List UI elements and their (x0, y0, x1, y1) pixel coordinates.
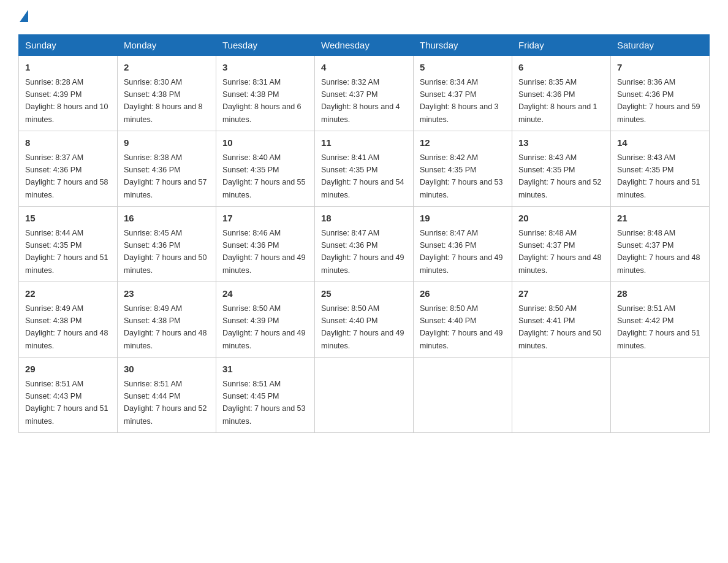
day-number: 23 (124, 287, 210, 301)
day-number: 7 (617, 61, 703, 75)
calendar-week-row: 15 Sunrise: 8:44 AMSunset: 4:35 PMDaylig… (19, 207, 710, 282)
calendar-cell: 1 Sunrise: 8:28 AMSunset: 4:39 PMDayligh… (19, 56, 118, 131)
day-info: Sunrise: 8:32 AMSunset: 4:37 PMDaylight:… (321, 78, 400, 124)
calendar-cell: 15 Sunrise: 8:44 AMSunset: 4:35 PMDaylig… (19, 207, 118, 282)
day-info: Sunrise: 8:37 AMSunset: 4:36 PMDaylight:… (25, 153, 108, 199)
column-header-friday: Friday (512, 35, 611, 56)
day-info: Sunrise: 8:48 AMSunset: 4:37 PMDaylight:… (518, 229, 602, 275)
day-number: 3 (222, 61, 308, 75)
calendar-week-row: 8 Sunrise: 8:37 AMSunset: 4:36 PMDayligh… (19, 131, 710, 207)
calendar-cell: 8 Sunrise: 8:37 AMSunset: 4:36 PMDayligh… (19, 131, 118, 207)
day-number: 18 (321, 212, 407, 226)
day-info: Sunrise: 8:50 AMSunset: 4:40 PMDaylight:… (420, 304, 503, 350)
day-number: 17 (222, 212, 308, 226)
day-info: Sunrise: 8:50 AMSunset: 4:40 PMDaylight:… (321, 304, 404, 350)
day-number: 29 (25, 362, 111, 377)
day-number: 24 (222, 287, 308, 301)
day-number: 5 (420, 61, 506, 75)
calendar-cell: 13 Sunrise: 8:43 AMSunset: 4:35 PMDaylig… (512, 131, 611, 207)
calendar-cell (512, 358, 611, 433)
day-info: Sunrise: 8:50 AMSunset: 4:39 PMDaylight:… (222, 304, 306, 350)
calendar-cell: 16 Sunrise: 8:45 AMSunset: 4:36 PMDaylig… (118, 207, 216, 282)
calendar-cell: 25 Sunrise: 8:50 AMSunset: 4:40 PMDaylig… (315, 282, 414, 358)
calendar-cell: 3 Sunrise: 8:31 AMSunset: 4:38 PMDayligh… (216, 56, 315, 131)
calendar-cell: 24 Sunrise: 8:50 AMSunset: 4:39 PMDaylig… (216, 282, 315, 358)
calendar-cell (611, 358, 710, 433)
calendar-cell: 19 Sunrise: 8:47 AMSunset: 4:36 PMDaylig… (414, 207, 512, 282)
day-info: Sunrise: 8:49 AMSunset: 4:38 PMDaylight:… (25, 304, 108, 350)
day-info: Sunrise: 8:51 AMSunset: 4:42 PMDaylight:… (617, 304, 700, 350)
calendar-cell: 26 Sunrise: 8:50 AMSunset: 4:40 PMDaylig… (414, 282, 512, 358)
calendar-cell: 14 Sunrise: 8:43 AMSunset: 4:35 PMDaylig… (611, 131, 710, 207)
day-number: 4 (321, 61, 407, 75)
page-header (18, 12, 710, 22)
calendar-cell: 30 Sunrise: 8:51 AMSunset: 4:44 PMDaylig… (118, 358, 216, 433)
calendar-cell: 5 Sunrise: 8:34 AMSunset: 4:37 PMDayligh… (414, 56, 512, 131)
day-number: 14 (617, 136, 703, 150)
day-number: 25 (321, 287, 407, 301)
day-info: Sunrise: 8:30 AMSunset: 4:38 PMDaylight:… (124, 78, 203, 124)
calendar-cell: 7 Sunrise: 8:36 AMSunset: 4:36 PMDayligh… (611, 56, 710, 131)
calendar-week-row: 29 Sunrise: 8:51 AMSunset: 4:43 PMDaylig… (19, 358, 710, 433)
day-info: Sunrise: 8:51 AMSunset: 4:44 PMDaylight:… (124, 380, 207, 426)
calendar-cell: 17 Sunrise: 8:46 AMSunset: 4:36 PMDaylig… (216, 207, 315, 282)
calendar-week-row: 22 Sunrise: 8:49 AMSunset: 4:38 PMDaylig… (19, 282, 710, 358)
calendar-cell (414, 358, 512, 433)
day-info: Sunrise: 8:40 AMSunset: 4:35 PMDaylight:… (222, 153, 306, 199)
calendar-cell: 28 Sunrise: 8:51 AMSunset: 4:42 PMDaylig… (611, 282, 710, 358)
calendar-cell: 6 Sunrise: 8:35 AMSunset: 4:36 PMDayligh… (512, 56, 611, 131)
day-number: 31 (222, 362, 308, 377)
logo (18, 12, 28, 22)
day-info: Sunrise: 8:28 AMSunset: 4:39 PMDaylight:… (25, 78, 108, 124)
day-number: 21 (617, 212, 703, 226)
column-header-monday: Monday (118, 35, 216, 56)
day-info: Sunrise: 8:36 AMSunset: 4:36 PMDaylight:… (617, 78, 700, 124)
column-header-tuesday: Tuesday (216, 35, 315, 56)
day-info: Sunrise: 8:49 AMSunset: 4:38 PMDaylight:… (124, 304, 207, 350)
calendar-cell: 10 Sunrise: 8:40 AMSunset: 4:35 PMDaylig… (216, 131, 315, 207)
day-number: 8 (25, 136, 111, 150)
day-info: Sunrise: 8:47 AMSunset: 4:36 PMDaylight:… (321, 229, 404, 275)
calendar-cell: 22 Sunrise: 8:49 AMSunset: 4:38 PMDaylig… (19, 282, 118, 358)
day-number: 11 (321, 136, 407, 150)
calendar-cell (315, 358, 414, 433)
day-number: 16 (124, 212, 210, 226)
day-info: Sunrise: 8:45 AMSunset: 4:36 PMDaylight:… (124, 229, 207, 275)
calendar-cell: 18 Sunrise: 8:47 AMSunset: 4:36 PMDaylig… (315, 207, 414, 282)
day-info: Sunrise: 8:51 AMSunset: 4:45 PMDaylight:… (222, 380, 306, 426)
logo-triangle-icon (20, 10, 28, 22)
calendar-table: SundayMondayTuesdayWednesdayThursdayFrid… (18, 34, 710, 433)
calendar-cell: 21 Sunrise: 8:48 AMSunset: 4:37 PMDaylig… (611, 207, 710, 282)
day-number: 22 (25, 287, 111, 301)
calendar-cell: 29 Sunrise: 8:51 AMSunset: 4:43 PMDaylig… (19, 358, 118, 433)
day-info: Sunrise: 8:50 AMSunset: 4:41 PMDaylight:… (518, 304, 602, 350)
day-number: 13 (518, 136, 604, 150)
day-number: 6 (518, 61, 604, 75)
calendar-header-row: SundayMondayTuesdayWednesdayThursdayFrid… (19, 35, 710, 56)
column-header-saturday: Saturday (611, 35, 710, 56)
day-info: Sunrise: 8:51 AMSunset: 4:43 PMDaylight:… (25, 380, 108, 426)
day-number: 15 (25, 212, 111, 226)
day-info: Sunrise: 8:41 AMSunset: 4:35 PMDaylight:… (321, 153, 404, 199)
day-info: Sunrise: 8:42 AMSunset: 4:35 PMDaylight:… (420, 153, 503, 199)
day-info: Sunrise: 8:43 AMSunset: 4:35 PMDaylight:… (518, 153, 602, 199)
day-info: Sunrise: 8:35 AMSunset: 4:36 PMDaylight:… (518, 78, 597, 124)
day-info: Sunrise: 8:44 AMSunset: 4:35 PMDaylight:… (25, 229, 108, 275)
day-info: Sunrise: 8:34 AMSunset: 4:37 PMDaylight:… (420, 78, 499, 124)
calendar-cell: 4 Sunrise: 8:32 AMSunset: 4:37 PMDayligh… (315, 56, 414, 131)
day-info: Sunrise: 8:48 AMSunset: 4:37 PMDaylight:… (617, 229, 700, 275)
calendar-cell: 12 Sunrise: 8:42 AMSunset: 4:35 PMDaylig… (414, 131, 512, 207)
calendar-cell: 11 Sunrise: 8:41 AMSunset: 4:35 PMDaylig… (315, 131, 414, 207)
day-info: Sunrise: 8:31 AMSunset: 4:38 PMDaylight:… (222, 78, 301, 124)
day-number: 10 (222, 136, 308, 150)
calendar-cell: 27 Sunrise: 8:50 AMSunset: 4:41 PMDaylig… (512, 282, 611, 358)
day-info: Sunrise: 8:43 AMSunset: 4:35 PMDaylight:… (617, 153, 700, 199)
day-number: 26 (420, 287, 506, 301)
day-number: 2 (124, 61, 210, 75)
day-info: Sunrise: 8:38 AMSunset: 4:36 PMDaylight:… (124, 153, 207, 199)
column-header-wednesday: Wednesday (315, 35, 414, 56)
day-number: 20 (518, 212, 604, 226)
day-info: Sunrise: 8:46 AMSunset: 4:36 PMDaylight:… (222, 229, 306, 275)
day-number: 28 (617, 287, 703, 301)
column-header-thursday: Thursday (414, 35, 512, 56)
